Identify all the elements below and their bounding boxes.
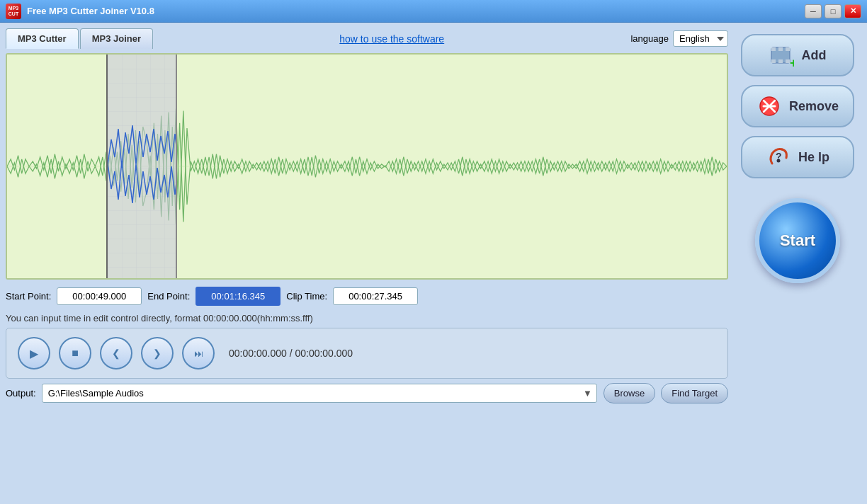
language-label: language xyxy=(630,33,669,44)
tabs: MP3 Cutter MP3 Joiner xyxy=(6,28,153,49)
main-container: MP3 Cutter MP3 Joiner how to use the sof… xyxy=(0,23,867,504)
output-path-input[interactable] xyxy=(42,384,597,403)
skip-button[interactable]: ⏭ xyxy=(182,337,215,370)
start-label: Start xyxy=(780,231,815,250)
top-bar: MP3 Cutter MP3 Joiner how to use the sof… xyxy=(6,28,728,49)
start-point-label: Start Point: xyxy=(6,291,51,302)
start-point-input[interactable] xyxy=(57,287,142,305)
remove-label: Remove xyxy=(789,99,839,114)
remove-button[interactable]: Remove xyxy=(741,85,854,127)
maximize-button[interactable]: □ xyxy=(824,4,842,18)
svg-text:?: ? xyxy=(776,151,782,162)
stop-button[interactable]: ■ xyxy=(59,337,91,370)
remove-icon xyxy=(756,93,782,119)
playback-container: ▶ ■ ❮ ❯ ⏭ 00:00:00.000 / 00:00:00.000 xyxy=(6,328,728,379)
title-bar-controls: ─ □ ✕ xyxy=(805,4,861,18)
svg-rect-8 xyxy=(778,59,783,63)
svg-rect-4 xyxy=(771,47,776,51)
right-panel: + Add Remove ? xyxy=(734,28,861,498)
waveform-selection xyxy=(106,55,177,278)
info-text: You can input time in edit control direc… xyxy=(6,313,728,323)
find-target-button[interactable]: Find Target xyxy=(661,383,728,403)
left-panel: MP3 Cutter MP3 Joiner how to use the sof… xyxy=(6,28,728,498)
svg-rect-5 xyxy=(778,47,783,51)
how-to-use-link[interactable]: how to use the software xyxy=(339,33,444,45)
add-icon: + xyxy=(769,42,795,68)
end-point-label: End Point: xyxy=(147,291,190,302)
output-row: Output: ▼ Browse Find Target xyxy=(6,383,728,403)
mark-in-button[interactable]: ❮ xyxy=(100,337,132,370)
close-button[interactable]: ✕ xyxy=(844,4,861,18)
help-label: He lp xyxy=(798,150,829,165)
clip-time-label: Clip Time: xyxy=(286,291,327,302)
language-section: language English Chinese Spanish French … xyxy=(630,30,728,47)
time-controls: Start Point: End Point: Clip Time: xyxy=(6,284,728,309)
mark-out-button[interactable]: ❯ xyxy=(141,337,174,370)
tab-mp3-joiner[interactable]: MP3 Joiner xyxy=(80,28,153,49)
start-button[interactable]: Start xyxy=(755,198,840,283)
playback-time-display: 00:00:00.000 / 00:00:00.000 xyxy=(229,348,353,359)
app-title: Free MP3 Cutter Joiner V10.8 xyxy=(27,6,154,16)
help-button[interactable]: ? He lp xyxy=(741,136,854,178)
title-bar: MP3CUT Free MP3 Cutter Joiner V10.8 ─ □ … xyxy=(0,0,867,23)
browse-button[interactable]: Browse xyxy=(604,383,655,403)
end-point-input[interactable] xyxy=(196,287,280,306)
clip-time-input[interactable] xyxy=(333,287,418,305)
svg-text:+: + xyxy=(790,56,794,67)
language-select[interactable]: English Chinese Spanish French German xyxy=(673,30,728,47)
add-label: Add xyxy=(802,48,827,63)
help-icon: ? xyxy=(766,144,791,170)
output-label: Output: xyxy=(6,388,36,399)
minimize-button[interactable]: ─ xyxy=(805,4,822,18)
play-button[interactable]: ▶ xyxy=(18,337,50,370)
title-bar-left: MP3CUT Free MP3 Cutter Joiner V10.8 xyxy=(6,4,154,19)
svg-rect-6 xyxy=(786,47,790,51)
waveform-container[interactable] xyxy=(6,53,728,280)
tab-mp3-cutter[interactable]: MP3 Cutter xyxy=(6,28,79,49)
add-button[interactable]: + Add xyxy=(741,34,854,76)
app-icon: MP3CUT xyxy=(6,4,21,19)
svg-rect-7 xyxy=(771,59,776,63)
